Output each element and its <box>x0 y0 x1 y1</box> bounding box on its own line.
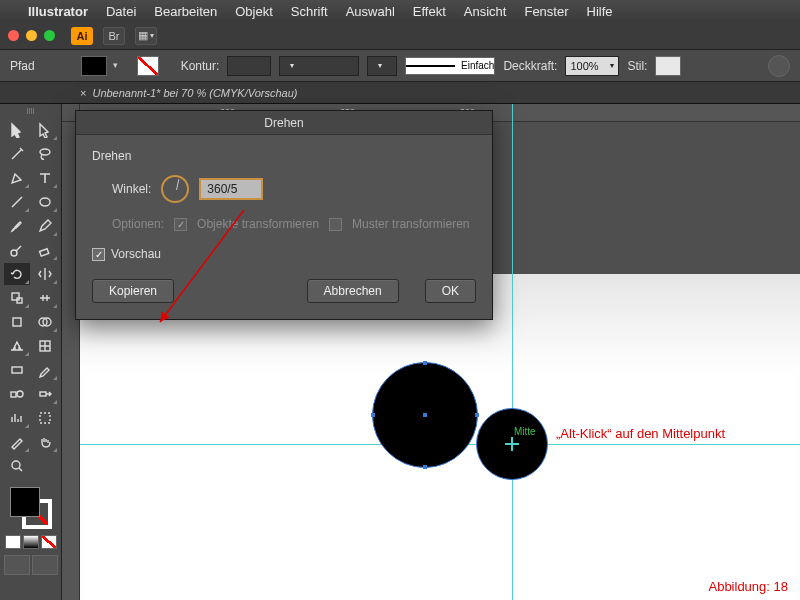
ok-button[interactable]: OK <box>425 279 476 303</box>
artboard-tool[interactable] <box>32 407 58 429</box>
svg-point-0 <box>40 149 50 155</box>
screen-mode-row <box>4 555 58 575</box>
large-circle-path[interactable] <box>372 362 478 468</box>
svg-rect-14 <box>40 413 50 423</box>
width-tool[interactable] <box>32 287 58 309</box>
pencil-tool[interactable] <box>32 215 58 237</box>
fill-indicator[interactable] <box>10 487 40 517</box>
angle-input[interactable]: 360/5 <box>199 178 263 200</box>
close-window-button[interactable] <box>8 30 19 41</box>
preview-checkbox[interactable] <box>92 248 105 261</box>
perspective-grid-tool[interactable] <box>4 335 30 357</box>
annotation-text: „Alt-Klick“ auf den Mittelpunkt <box>556 426 725 441</box>
svg-rect-10 <box>12 367 22 373</box>
menu-ansicht[interactable]: Ansicht <box>464 4 507 19</box>
dialog-title: Drehen <box>76 111 492 135</box>
figure-number: Abbildung: 18 <box>708 579 788 594</box>
free-transform-tool[interactable] <box>4 311 30 333</box>
gradient-tool[interactable] <box>4 359 30 381</box>
color-mode-none[interactable] <box>41 535 57 549</box>
pen-tool[interactable] <box>4 167 30 189</box>
paintbrush-tool[interactable] <box>4 215 30 237</box>
transform-objects-label: Objekte transformieren <box>197 217 319 231</box>
svg-point-15 <box>12 461 20 469</box>
menu-schrift[interactable]: Schrift <box>291 4 328 19</box>
lasso-tool[interactable] <box>32 143 58 165</box>
stroke-weight-field[interactable] <box>227 56 271 76</box>
angle-label: Winkel: <box>112 182 151 196</box>
options-label: Optionen: <box>112 217 164 231</box>
minimize-window-button[interactable] <box>26 30 37 41</box>
guide-vertical[interactable] <box>512 104 513 600</box>
stroke-profile-label: Einfach <box>461 60 494 71</box>
screen-mode-normal[interactable] <box>4 555 30 575</box>
opacity-label: Deckkraft: <box>503 59 557 73</box>
svg-rect-4 <box>12 293 19 300</box>
menu-auswahl[interactable]: Auswahl <box>346 4 395 19</box>
rotation-center-icon[interactable] <box>505 437 519 451</box>
menubar-app[interactable]: Illustrator <box>28 4 88 19</box>
svg-rect-6 <box>13 318 21 326</box>
dialog-section-label: Drehen <box>92 149 476 163</box>
mac-menubar: Illustrator Datei Bearbeiten Objekt Schr… <box>0 0 800 22</box>
panel-grip-icon[interactable] <box>4 108 58 116</box>
zoom-window-button[interactable] <box>44 30 55 41</box>
type-tool[interactable] <box>32 167 58 189</box>
context-label: Pfad <box>10 59 35 73</box>
symbol-sprayer-tool[interactable] <box>32 383 58 405</box>
brush-select[interactable] <box>279 56 359 76</box>
cancel-button[interactable]: Abbrechen <box>307 279 399 303</box>
svg-point-12 <box>17 391 23 397</box>
fill-swatch[interactable] <box>81 56 107 76</box>
zoom-tool[interactable] <box>4 455 30 477</box>
color-mode-row <box>5 535 57 549</box>
scale-tool[interactable] <box>4 287 30 309</box>
blend-tool[interactable] <box>4 383 30 405</box>
magic-wand-tool[interactable] <box>4 143 30 165</box>
menu-fenster[interactable]: Fenster <box>524 4 568 19</box>
mesh-tool[interactable] <box>32 335 58 357</box>
color-mode-gradient[interactable] <box>23 535 39 549</box>
column-graph-tool[interactable] <box>4 407 30 429</box>
hand-tool[interactable] <box>32 431 58 453</box>
shape-builder-tool[interactable] <box>32 311 58 333</box>
menu-effekt[interactable]: Effekt <box>413 4 446 19</box>
control-bar: Pfad Kontur: Einfach Deckkraft: 100% Sti… <box>0 50 800 82</box>
eyedropper-tool[interactable] <box>32 359 58 381</box>
direct-selection-tool[interactable] <box>32 119 58 141</box>
bridge-button[interactable]: Br <box>103 27 125 45</box>
eraser-tool[interactable] <box>32 239 58 261</box>
smart-guide-label: Mitte <box>514 426 536 437</box>
close-tab-icon[interactable]: × <box>80 87 86 99</box>
fill-stroke-indicator[interactable] <box>8 485 54 531</box>
color-mode-solid[interactable] <box>5 535 21 549</box>
variable-width-select[interactable] <box>367 56 397 76</box>
arrange-documents-button[interactable]: ▦ <box>135 27 157 45</box>
document-tab-title[interactable]: Unbenannt-1* bei 70 % (CMYK/Vorschau) <box>92 87 297 99</box>
copy-button[interactable]: Kopieren <box>92 279 174 303</box>
style-swatch[interactable] <box>655 56 681 76</box>
stroke-profile-preview[interactable]: Einfach <box>405 57 495 75</box>
stroke-none-swatch[interactable] <box>137 56 159 76</box>
illustrator-badge-icon: Ai <box>71 27 93 45</box>
svg-point-1 <box>40 198 50 206</box>
line-tool[interactable] <box>4 191 30 213</box>
ellipse-tool[interactable] <box>32 191 58 213</box>
screen-mode-full[interactable] <box>32 555 58 575</box>
preview-label: Vorschau <box>111 247 161 261</box>
opacity-field[interactable]: 100% <box>565 56 619 76</box>
menu-objekt[interactable]: Objekt <box>235 4 273 19</box>
slice-tool[interactable] <box>4 431 30 453</box>
svg-rect-13 <box>40 392 46 396</box>
rotate-tool[interactable] <box>4 263 30 285</box>
transform-patterns-label: Muster transformieren <box>352 217 469 231</box>
menu-datei[interactable]: Datei <box>106 4 136 19</box>
selection-tool[interactable] <box>4 119 30 141</box>
menu-hilfe[interactable]: Hilfe <box>587 4 613 19</box>
reflect-tool[interactable] <box>32 263 58 285</box>
angle-dial[interactable] <box>161 175 189 203</box>
menu-bearbeiten[interactable]: Bearbeiten <box>154 4 217 19</box>
tools-panel <box>0 104 62 600</box>
blob-brush-tool[interactable] <box>4 239 30 261</box>
document-setup-icon[interactable] <box>768 55 790 77</box>
